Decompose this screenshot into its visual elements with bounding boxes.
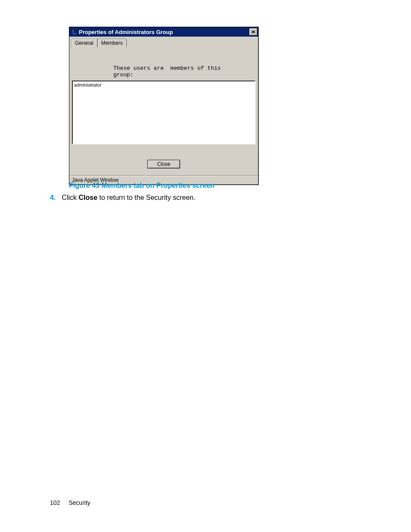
tab-members[interactable]: Members: [97, 39, 127, 47]
button-row: Close: [72, 160, 255, 173]
document-page: Properties of Administrators Group Gener…: [0, 0, 411, 532]
list-item[interactable]: administrator: [74, 82, 253, 88]
step-bold: Close: [78, 194, 97, 201]
instruction-step: 4. Click Close to return to the Security…: [50, 194, 196, 202]
dialog-titlebar: Properties of Administrators Group: [69, 27, 258, 37]
dialog-close-button[interactable]: [249, 28, 257, 35]
figure-caption: Figure 43 Members tab on Properties scre…: [69, 182, 215, 190]
tab-strip: General Members: [69, 37, 258, 47]
page-number: 102: [50, 499, 60, 506]
members-listbox[interactable]: administrator: [72, 81, 255, 144]
step-number: 4.: [50, 194, 56, 202]
step-post: to return to the Security screen.: [97, 194, 196, 201]
step-text: Click Close to return to the Security sc…: [62, 194, 195, 202]
section-name: Security: [68, 499, 90, 506]
dialog-body: These users are members of this group: a…: [69, 47, 258, 175]
dialog-title: Properties of Administrators Group: [79, 29, 249, 35]
step-pre: Click: [62, 194, 78, 201]
page-footer: 102 Security: [50, 499, 90, 506]
members-description: These users are members of this group:: [113, 65, 255, 78]
close-button[interactable]: Close: [147, 160, 181, 168]
tab-general[interactable]: General: [71, 39, 97, 47]
close-icon: [251, 30, 255, 34]
properties-dialog: Properties of Administrators Group Gener…: [69, 27, 258, 185]
java-icon: [71, 29, 77, 35]
